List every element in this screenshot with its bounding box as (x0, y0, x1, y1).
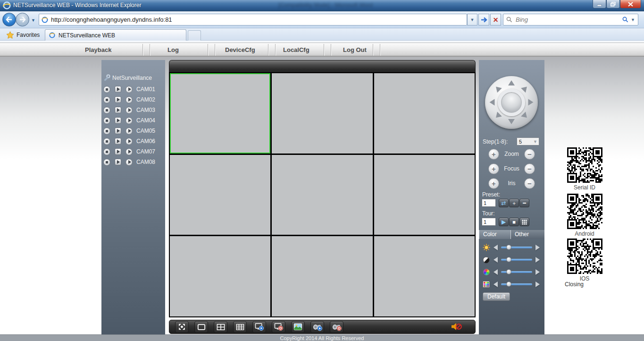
slider-thumb[interactable] (506, 269, 511, 274)
camera-play-icon[interactable] (310, 321, 324, 333)
video-cell-9[interactable] (374, 236, 475, 316)
camera-stop-icon[interactable] (103, 159, 110, 166)
slider-track[interactable] (501, 247, 532, 248)
preset-remove-button[interactable]: ━ (519, 199, 529, 207)
camera-play-main-icon[interactable] (115, 148, 121, 155)
preset-input[interactable] (482, 199, 496, 207)
camera-play-sub-icon[interactable] (125, 138, 133, 145)
close-button[interactable] (620, 0, 641, 9)
nine-view-icon[interactable] (233, 321, 247, 333)
slider-thumb[interactable] (506, 257, 511, 262)
slider-increase-icon[interactable] (535, 257, 540, 263)
default-button[interactable]: Default (483, 292, 510, 301)
camera-play-main-icon[interactable] (115, 86, 121, 93)
tab-color[interactable]: Color (479, 230, 510, 239)
snapshot-icon[interactable] (291, 321, 305, 333)
camera-label[interactable]: CAM04 (136, 117, 155, 124)
slider-increase-icon[interactable] (535, 245, 540, 250)
search-input[interactable]: Bing ▼ (503, 14, 638, 26)
video-cell-5[interactable] (272, 155, 372, 235)
camera-play-sub-icon[interactable] (125, 148, 133, 155)
slider-decrease-icon[interactable] (493, 257, 498, 263)
camera-play-sub-icon[interactable] (125, 96, 133, 103)
video-cell-6[interactable] (374, 155, 475, 235)
menu-item-localcfg[interactable]: LocalCfg (283, 46, 309, 53)
slider-decrease-icon[interactable] (493, 281, 498, 287)
search-magnifier-icon[interactable] (622, 17, 628, 23)
ptz-arrow-down-left-icon[interactable] (493, 112, 502, 120)
camera-stop-icon[interactable] (103, 128, 110, 135)
single-view-icon[interactable] (194, 321, 208, 333)
go-button[interactable] (478, 14, 489, 26)
video-cell-2[interactable] (272, 73, 372, 153)
minimize-button[interactable] (593, 0, 606, 9)
camera-play-main-icon[interactable] (115, 107, 121, 113)
video-cell-3[interactable] (374, 73, 475, 153)
back-button[interactable] (2, 13, 16, 26)
device-tree-root[interactable]: NetSurveillance (103, 74, 152, 82)
camera-play-sub-icon[interactable] (125, 86, 133, 93)
tour-grid-button[interactable] (519, 218, 529, 226)
camera-label[interactable]: CAM01 (136, 86, 155, 93)
address-dropdown-icon[interactable]: ▼ (467, 14, 477, 26)
video-cell-7[interactable] (170, 236, 270, 316)
camera-label[interactable]: CAM05 (136, 128, 155, 134)
slider-increase-icon[interactable] (535, 281, 540, 287)
camera-play-main-icon[interactable] (115, 117, 121, 124)
zoom-plus-icon[interactable]: + (488, 149, 499, 160)
monitor-record-icon[interactable] (272, 321, 285, 333)
ptz-arrow-up-icon[interactable] (508, 80, 515, 85)
camera-play-main-icon[interactable] (115, 138, 121, 145)
new-tab-button[interactable] (188, 30, 201, 41)
camera-stop-icon[interactable] (103, 96, 110, 103)
ptz-arrow-up-left-icon[interactable] (493, 85, 502, 93)
menu-item-playback[interactable]: Playback (85, 46, 111, 53)
camera-record-icon[interactable] (330, 321, 343, 333)
camera-label[interactable]: CAM07 (136, 148, 155, 155)
camera-play-sub-icon[interactable] (125, 159, 133, 166)
focus-minus-icon[interactable]: − (524, 163, 535, 174)
fullscreen-icon[interactable] (175, 321, 189, 333)
camera-play-main-icon[interactable] (115, 128, 121, 134)
focus-plus-icon[interactable]: + (488, 163, 499, 174)
iris-minus-icon[interactable]: − (524, 178, 535, 189)
speaker-muted-icon[interactable] (451, 322, 462, 333)
ptz-arrow-up-right-icon[interactable] (521, 85, 529, 93)
address-input[interactable]: http://congnghehoangnguyen.dyndns.info:8… (39, 14, 467, 26)
camera-stop-icon[interactable] (103, 138, 110, 145)
preset-add-button[interactable]: ＋ (509, 199, 519, 207)
tour-play-button[interactable]: ▶ (499, 218, 509, 226)
camera-label[interactable]: CAM08 (136, 159, 155, 165)
video-cell-1[interactable] (170, 73, 270, 153)
stop-button[interactable]: ✕ (490, 14, 501, 26)
camera-label[interactable]: CAM03 (136, 107, 155, 113)
search-dropdown-icon[interactable]: ▼ (631, 17, 635, 22)
slider-track[interactable] (501, 259, 532, 261)
video-cell-4[interactable] (170, 155, 270, 235)
camera-play-sub-icon[interactable] (125, 107, 133, 114)
camera-play-sub-icon[interactable] (125, 117, 133, 124)
browser-tab[interactable]: NETSurveillance WEB (45, 29, 186, 41)
ptz-arrow-down-icon[interactable] (508, 119, 515, 124)
restore-button[interactable] (606, 0, 620, 9)
ptz-arrow-right-icon[interactable] (528, 99, 534, 105)
zoom-minus-icon[interactable]: − (524, 149, 535, 160)
camera-label[interactable]: CAM06 (136, 138, 155, 145)
camera-stop-icon[interactable] (103, 117, 110, 124)
ptz-arrow-down-right-icon[interactable] (521, 112, 529, 120)
monitor-play-icon[interactable] (252, 321, 266, 333)
step-select[interactable]: 5 ▼ (517, 137, 539, 145)
slider-increase-icon[interactable] (535, 269, 540, 275)
slider-track[interactable] (501, 283, 532, 285)
iris-plus-icon[interactable]: + (488, 178, 499, 189)
slider-thumb[interactable] (506, 281, 511, 287)
ptz-arrow-left-icon[interactable] (490, 99, 495, 105)
slider-decrease-icon[interactable] (493, 269, 498, 275)
camera-stop-icon[interactable] (103, 107, 110, 114)
menu-item-log[interactable]: Log (167, 46, 179, 53)
camera-stop-icon[interactable] (103, 148, 110, 155)
tour-input[interactable] (482, 218, 496, 226)
menu-item-devicecfg[interactable]: DeviceCfg (225, 46, 255, 53)
forward-button[interactable] (16, 13, 29, 26)
camera-play-main-icon[interactable] (115, 96, 121, 103)
